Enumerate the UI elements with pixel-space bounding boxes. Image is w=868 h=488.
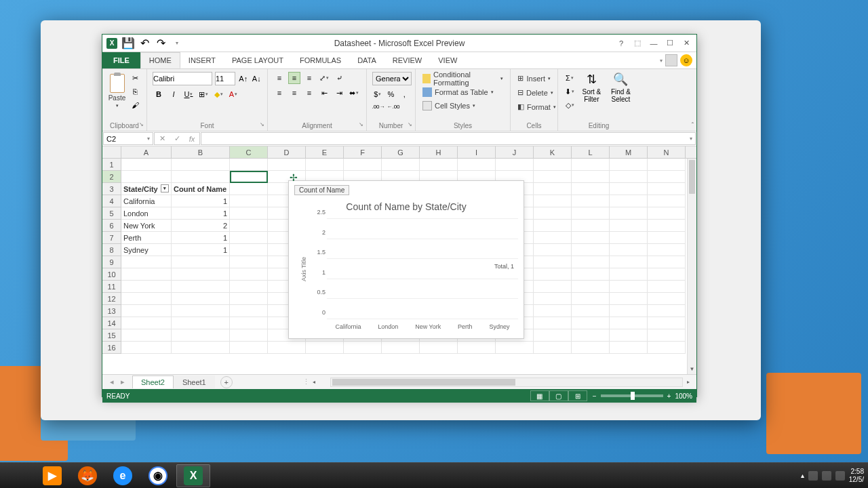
cell[interactable] xyxy=(610,195,648,207)
close-button[interactable]: ✕ xyxy=(679,37,694,49)
cell[interactable] xyxy=(534,329,572,342)
tray-icon[interactable] xyxy=(822,471,831,481)
cell[interactable] xyxy=(648,329,686,342)
spreadsheet-grid[interactable]: A B C D E F G H I J K L M N 123State/Cit… xyxy=(102,146,696,374)
cell[interactable] xyxy=(572,171,610,183)
tab-formulas[interactable]: FORMULAS xyxy=(292,52,349,68)
cell[interactable] xyxy=(610,293,648,305)
cell[interactable] xyxy=(230,195,268,207)
row-header[interactable]: 3 xyxy=(102,183,121,195)
cell[interactable] xyxy=(306,159,344,171)
decrease-decimal-icon[interactable]: ←.00 xyxy=(387,100,399,113)
delete-cells-button[interactable]: ⊟Delete▾ xyxy=(516,86,552,100)
fill-color-icon[interactable]: ◆ xyxy=(212,88,224,100)
cell[interactable]: State/City▾ xyxy=(121,183,172,195)
cell[interactable]: 2 xyxy=(172,220,230,232)
conditional-formatting-button[interactable]: Conditional Formatting▾ xyxy=(421,72,505,85)
cell[interactable] xyxy=(172,342,230,354)
cell[interactable] xyxy=(382,159,420,171)
cell[interactable] xyxy=(648,232,686,244)
tab-data[interactable]: DATA xyxy=(349,52,384,68)
view-page-layout-icon[interactable]: ▢ xyxy=(549,390,568,401)
tray-icon[interactable] xyxy=(835,471,845,481)
cell[interactable] xyxy=(121,159,172,171)
cell[interactable] xyxy=(172,171,230,183)
zoom-slider[interactable] xyxy=(601,394,663,397)
row-header[interactable]: 14 xyxy=(102,317,121,329)
cell[interactable]: Sydney xyxy=(121,244,172,256)
cancel-formula-icon[interactable]: ✕ xyxy=(155,134,170,143)
sheet-tab[interactable]: Sheet1 xyxy=(174,375,215,388)
row-header[interactable]: 10 xyxy=(102,268,121,281)
clipboard-launcher-icon[interactable]: ↘ xyxy=(137,121,145,129)
cell[interactable] xyxy=(268,159,306,171)
cell[interactable] xyxy=(534,293,572,305)
font-name-select[interactable] xyxy=(153,72,212,85)
cell[interactable] xyxy=(172,317,230,329)
cell[interactable] xyxy=(648,281,686,293)
minimize-button[interactable]: — xyxy=(646,37,661,49)
row-header[interactable]: 6 xyxy=(102,220,121,232)
cell[interactable] xyxy=(610,220,648,232)
underline-button[interactable]: U xyxy=(182,88,195,100)
cell[interactable] xyxy=(572,268,610,281)
help-button[interactable]: ? xyxy=(614,37,629,49)
cell[interactable] xyxy=(610,329,648,342)
cell[interactable]: 1 xyxy=(172,195,230,207)
cell[interactable] xyxy=(572,329,610,342)
save-icon[interactable]: 💾 xyxy=(123,38,134,49)
filter-dropdown-icon[interactable]: ▾ xyxy=(161,184,169,192)
cell[interactable] xyxy=(230,293,268,305)
chart-field-button[interactable]: Count of Name xyxy=(294,185,349,195)
cell[interactable] xyxy=(572,342,610,354)
cell[interactable] xyxy=(572,244,610,256)
cell[interactable]: Perth xyxy=(121,232,172,244)
cell[interactable] xyxy=(648,159,686,171)
orientation-icon[interactable]: ⤢ xyxy=(318,72,330,84)
hscroll-left-icon[interactable]: ◂ xyxy=(313,379,322,385)
cell[interactable] xyxy=(610,268,648,281)
row-header[interactable]: 7 xyxy=(102,232,121,244)
align-right-icon[interactable]: ≡ xyxy=(303,87,315,99)
cell[interactable] xyxy=(230,171,268,183)
taskbar-chrome[interactable]: ◉ xyxy=(141,464,175,487)
cell[interactable] xyxy=(172,281,230,293)
zoom-level[interactable]: 100% xyxy=(675,392,692,400)
font-color-icon[interactable]: A xyxy=(227,88,239,100)
row-header[interactable]: 8 xyxy=(102,244,121,256)
cell[interactable] xyxy=(230,268,268,281)
col-header[interactable]: L xyxy=(572,146,610,158)
cell[interactable] xyxy=(121,305,172,317)
increase-decimal-icon[interactable]: .00→ xyxy=(372,100,384,113)
enter-formula-icon[interactable]: ✓ xyxy=(170,134,184,143)
row-header[interactable]: 9 xyxy=(102,256,121,268)
cell[interactable] xyxy=(534,305,572,317)
cell[interactable] xyxy=(534,342,572,354)
col-header[interactable]: I xyxy=(458,146,496,158)
currency-icon[interactable]: $ xyxy=(372,88,383,100)
cell[interactable] xyxy=(648,220,686,232)
font-launcher-icon[interactable]: ↘ xyxy=(258,121,266,129)
find-select-button[interactable]: 🔍 Find & Select xyxy=(608,72,634,111)
cell[interactable] xyxy=(230,207,268,220)
cell[interactable] xyxy=(610,317,648,329)
increase-font-icon[interactable]: A↑ xyxy=(238,73,249,85)
cell[interactable] xyxy=(572,195,610,207)
cell[interactable] xyxy=(534,220,572,232)
cell[interactable] xyxy=(121,342,172,354)
undo-icon[interactable]: ↶ xyxy=(139,38,150,49)
cell[interactable] xyxy=(610,342,648,354)
cell[interactable] xyxy=(230,305,268,317)
format-painter-icon[interactable]: 🖌 xyxy=(129,99,141,111)
cell[interactable] xyxy=(534,256,572,268)
col-header[interactable]: G xyxy=(382,146,420,158)
cell[interactable] xyxy=(534,207,572,220)
cell[interactable] xyxy=(610,159,648,171)
taskbar-firefox[interactable]: 🦊 xyxy=(71,464,104,487)
font-size-select[interactable] xyxy=(215,72,235,85)
row-header[interactable]: 5 xyxy=(102,207,121,220)
format-as-table-button[interactable]: Format as Table▾ xyxy=(421,85,505,99)
row-header[interactable]: 11 xyxy=(102,281,121,293)
decrease-indent-icon[interactable]: ⇤ xyxy=(318,87,330,99)
row-header[interactable]: 1 xyxy=(102,159,121,171)
